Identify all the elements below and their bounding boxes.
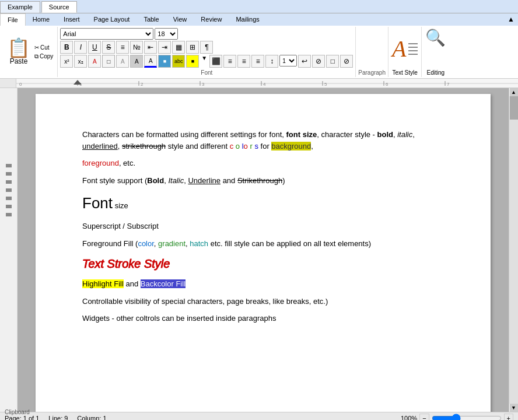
margin-marker-1[interactable] bbox=[6, 164, 12, 167]
paragraph-foreground: Foreground Fill (color, gradient, hatch … bbox=[82, 238, 444, 250]
align-right-button[interactable]: ≡ bbox=[237, 55, 250, 68]
ribbon-tab-mailings[interactable]: Mailings bbox=[229, 13, 266, 26]
status-bar: Page: 1 of 1 Line: 9 Column: 1 100% − + bbox=[0, 412, 518, 420]
copy-button[interactable]: ⧉ Copy bbox=[33, 52, 55, 61]
zoom-level: 100% bbox=[401, 415, 417, 421]
clipboard-label: Clipboard bbox=[5, 409, 30, 415]
list-bullet-button[interactable]: ≡ bbox=[116, 41, 129, 54]
paste-button[interactable]: 📋 Paste bbox=[5, 37, 33, 66]
char-bg-button[interactable]: A bbox=[130, 55, 143, 68]
zoom-out-button[interactable]: − bbox=[419, 414, 429, 421]
font-row1: Arial 18 bbox=[60, 28, 353, 40]
scroll-thumb[interactable] bbox=[510, 96, 518, 120]
strikethrough-button[interactable]: S bbox=[102, 41, 115, 54]
border-button[interactable]: □ bbox=[326, 55, 339, 68]
paste-icon: 📋 bbox=[7, 38, 30, 57]
ribbon-tab-review[interactable]: Review bbox=[194, 13, 229, 26]
font-format-row: B I U S ≡ № ⇤ ⇥ ▦ ⊞ ¶ bbox=[60, 41, 353, 54]
font-color-button[interactable]: A bbox=[88, 55, 101, 68]
text-color-button[interactable]: A bbox=[144, 55, 157, 68]
highlight-color-button[interactable]: abc bbox=[172, 55, 185, 68]
scroll-up-button[interactable]: ▲ bbox=[510, 88, 518, 96]
ribbon-collapse-button[interactable]: ▲ bbox=[504, 13, 518, 26]
justify-button[interactable]: ≡ bbox=[251, 55, 264, 68]
text-style-icon: A bbox=[392, 37, 406, 61]
document-area[interactable]: Characters can be formatted using differ… bbox=[18, 88, 509, 412]
paragraph-visibility: Controllable visibility of special chara… bbox=[82, 296, 444, 307]
status-right: 100% − + bbox=[401, 414, 513, 421]
border2-button[interactable]: ⊘ bbox=[340, 55, 353, 68]
clipboard-actions: ✂ Cut ⧉ Copy bbox=[33, 44, 55, 61]
indent-decrease-button[interactable]: ⇤ bbox=[144, 41, 157, 54]
margin-marker-7[interactable] bbox=[6, 213, 12, 216]
paragraph-marks-button[interactable]: ¶ bbox=[200, 41, 213, 54]
bold-button[interactable]: B bbox=[60, 41, 73, 54]
tab-bar: Example Source bbox=[0, 0, 518, 13]
font-group-label: Font bbox=[60, 69, 353, 76]
tab-source[interactable]: Source bbox=[41, 1, 77, 13]
main-area: Characters can be formatted using differ… bbox=[0, 88, 518, 412]
vertical-scrollbar[interactable]: ▲ ▼ bbox=[509, 88, 518, 412]
editing-icon: 🔍 bbox=[425, 28, 446, 47]
ribbon-tab-home[interactable]: Home bbox=[26, 13, 57, 26]
font-color-row: x² x₂ A □ A A A ■ abc ■ ▼ ⬛ ≡ ≡ ≡ ↕ 1 ↩ … bbox=[60, 55, 353, 68]
tab-example[interactable]: Example bbox=[0, 1, 40, 13]
svg-text:2: 2 bbox=[141, 82, 144, 87]
font-size-select[interactable]: 18 bbox=[155, 28, 178, 40]
paragraph-1: Characters can be formatted using differ… bbox=[82, 129, 444, 152]
paragraph-font-size: Font size bbox=[82, 192, 444, 215]
style-line4 bbox=[408, 54, 418, 55]
ribbon-tab-table[interactable]: Table bbox=[136, 13, 166, 26]
margin-marker-2[interactable] bbox=[6, 172, 12, 176]
line-spacing-button[interactable]: ↕ bbox=[265, 55, 278, 68]
line-info: Line: 9 bbox=[48, 415, 68, 421]
ribbon-content: 📋 Paste ✂ Cut ⧉ Copy Clipboard Arial bbox=[0, 26, 518, 78]
zoom-slider[interactable] bbox=[432, 414, 502, 421]
scroll-down-button[interactable]: ▼ bbox=[510, 404, 518, 412]
expand-arrow[interactable]: ▼ bbox=[200, 55, 208, 68]
svg-text:5: 5 bbox=[324, 82, 327, 87]
align-center-button[interactable]: ≡ bbox=[223, 55, 236, 68]
undo-button[interactable]: ↩ bbox=[298, 55, 311, 68]
paste-label: Paste bbox=[10, 57, 28, 65]
svg-text:0: 0 bbox=[19, 82, 22, 87]
color-picker-button[interactable]: ■ bbox=[158, 55, 171, 68]
margin-marker-3[interactable] bbox=[6, 180, 12, 184]
align-left-button[interactable]: ⬛ bbox=[209, 55, 222, 68]
style-group: A Text Style bbox=[388, 27, 422, 77]
spacing-select[interactable]: 1 bbox=[279, 55, 297, 66]
list-number-button[interactable]: № bbox=[130, 41, 143, 54]
italic-button[interactable]: I bbox=[74, 41, 87, 54]
ribbon-tab-page-layout[interactable]: Page Layout bbox=[87, 13, 137, 26]
copy-icon: ⧉ bbox=[34, 53, 38, 60]
subscript-button[interactable]: x₂ bbox=[74, 55, 87, 68]
font-highlight-button[interactable]: □ bbox=[102, 55, 115, 68]
ribbon-tab-view[interactable]: View bbox=[166, 13, 194, 26]
char-shade-button[interactable]: A bbox=[116, 55, 129, 68]
ribbon: File Home Insert Page Layout Table View … bbox=[0, 13, 518, 79]
underline-button[interactable]: U bbox=[88, 41, 101, 54]
columns-button[interactable]: ▦ bbox=[172, 41, 185, 54]
indent-increase-button[interactable]: ⇥ bbox=[158, 41, 171, 54]
margin-marker-6[interactable] bbox=[6, 205, 12, 208]
superscript-button[interactable]: x² bbox=[60, 55, 73, 68]
cut-button[interactable]: ✂ Cut bbox=[33, 44, 55, 51]
ribbon-tab-file[interactable]: File bbox=[0, 13, 26, 26]
table-button[interactable]: ⊞ bbox=[186, 41, 199, 54]
margin-marker-4[interactable] bbox=[6, 188, 12, 192]
editing-group: 🔍 Editing bbox=[422, 27, 449, 77]
scroll-track[interactable] bbox=[509, 96, 518, 404]
zoom-in-button[interactable]: + bbox=[504, 414, 513, 421]
editing-group-label: Editing bbox=[427, 69, 445, 76]
highlight-picker-button[interactable]: ■ bbox=[186, 55, 199, 68]
redo-button[interactable]: ⊘ bbox=[312, 55, 325, 68]
ruler-svg: 0 1 2 3 4 5 6 7 bbox=[16, 79, 518, 88]
bold-text-fontsize: font size bbox=[286, 130, 317, 139]
svg-text:3: 3 bbox=[202, 82, 205, 87]
ribbon-tab-insert[interactable]: Insert bbox=[57, 13, 87, 26]
font-name-select[interactable]: Arial bbox=[60, 28, 153, 40]
paragraph-2: Font style support (Bold, Italic, Underl… bbox=[82, 175, 444, 187]
style-line2 bbox=[408, 47, 418, 48]
ribbon-tabs: File Home Insert Page Layout Table View … bbox=[0, 13, 518, 26]
margin-marker-5[interactable] bbox=[6, 197, 12, 200]
